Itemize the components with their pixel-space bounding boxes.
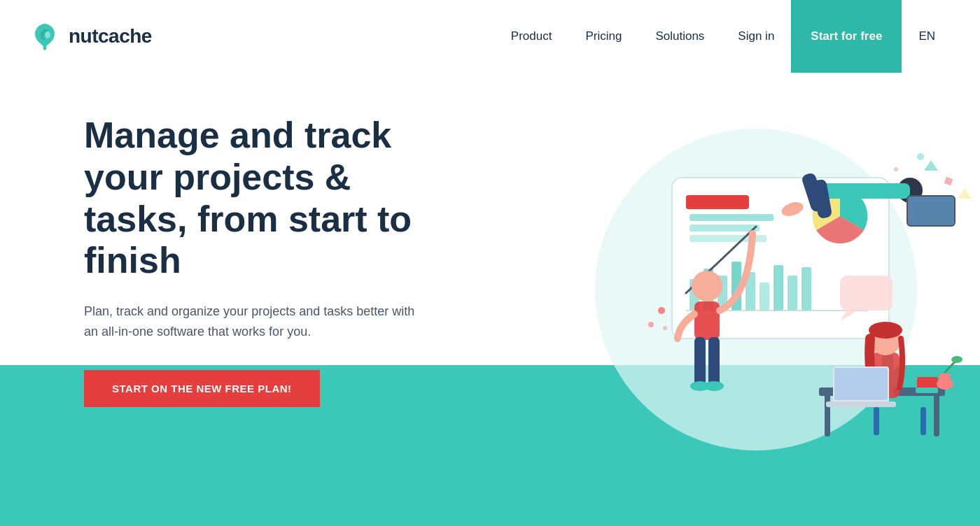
svg-rect-24 <box>694 337 706 386</box>
nutcache-logo-icon <box>28 20 62 53</box>
svg-point-58 <box>658 307 665 314</box>
svg-rect-29 <box>825 395 830 436</box>
logo-text: nutcache <box>69 25 152 48</box>
svg-point-59 <box>648 322 654 327</box>
svg-rect-14 <box>760 283 769 311</box>
svg-rect-33 <box>874 407 879 435</box>
svg-point-0 <box>45 31 50 38</box>
main-nav: Product Pricing Solutions Sign in Start … <box>494 0 952 73</box>
svg-rect-19 <box>840 276 892 311</box>
hero-subtitle: Plan, track and organize your projects a… <box>84 301 420 342</box>
svg-point-45 <box>951 356 962 363</box>
hero-illustration <box>490 87 980 520</box>
svg-rect-25 <box>708 337 720 386</box>
nav-solutions[interactable]: Solutions <box>638 0 721 73</box>
start-free-button[interactable]: Start for free <box>791 0 902 73</box>
svg-rect-47 <box>819 183 910 199</box>
svg-rect-39 <box>834 368 888 400</box>
illustration-svg <box>490 87 980 520</box>
svg-rect-30 <box>934 395 939 436</box>
hero-content: Manage and track your projects & tasks, … <box>0 73 434 449</box>
svg-rect-42 <box>916 388 938 393</box>
svg-rect-4 <box>686 195 721 209</box>
svg-point-22 <box>692 271 722 301</box>
logo[interactable]: nutcache <box>28 20 152 53</box>
svg-rect-15 <box>774 265 783 311</box>
cta-button[interactable]: START ON THE NEW FREE PLAN! <box>84 370 320 407</box>
svg-marker-55 <box>958 188 972 199</box>
svg-point-57 <box>894 167 898 171</box>
svg-rect-16 <box>788 276 797 311</box>
svg-rect-54 <box>944 177 953 186</box>
hero-title: Manage and track your projects & tasks, … <box>84 115 434 282</box>
svg-rect-6 <box>690 225 760 232</box>
svg-rect-5 <box>690 214 774 221</box>
hero-section: Manage and track your projects & tasks, … <box>0 73 980 526</box>
nav-pricing[interactable]: Pricing <box>568 0 638 73</box>
svg-rect-17 <box>802 267 811 311</box>
svg-rect-34 <box>920 407 926 435</box>
nav-product[interactable]: Product <box>494 0 569 73</box>
svg-rect-52 <box>908 197 954 225</box>
language-selector[interactable]: EN <box>902 0 952 73</box>
svg-point-56 <box>917 153 924 160</box>
svg-rect-40 <box>826 401 896 407</box>
svg-rect-44 <box>939 374 951 385</box>
svg-point-60 <box>663 326 667 330</box>
svg-point-37 <box>869 322 902 339</box>
svg-point-27 <box>704 381 724 391</box>
svg-marker-53 <box>924 160 938 171</box>
nav-signin[interactable]: Sign in <box>721 0 791 73</box>
svg-rect-23 <box>694 301 720 340</box>
site-header: nutcache Product Pricing Solutions Sign … <box>0 0 980 73</box>
